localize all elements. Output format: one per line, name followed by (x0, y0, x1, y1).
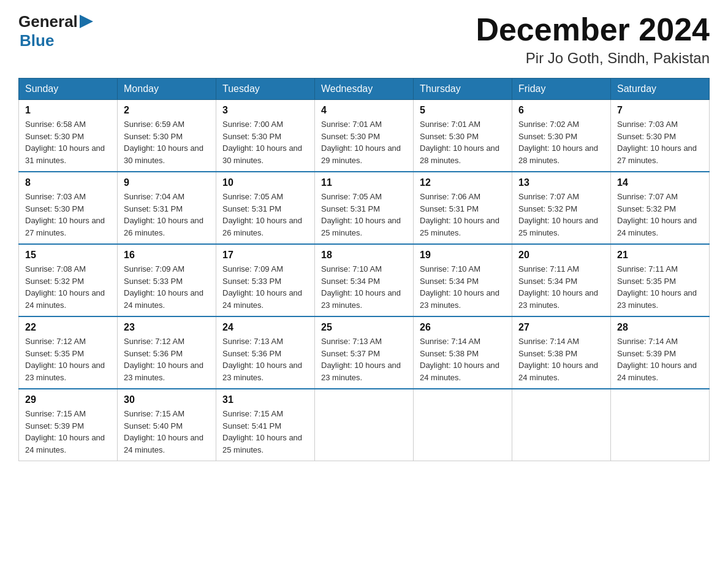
day-info: Sunrise: 7:01 AMSunset: 5:30 PMDaylight:… (420, 120, 499, 165)
calendar-cell: 11 Sunrise: 7:05 AMSunset: 5:31 PMDaylig… (315, 172, 414, 244)
day-number: 18 (321, 250, 407, 261)
calendar-cell: 29 Sunrise: 7:15 AMSunset: 5:39 PMDaylig… (19, 389, 118, 461)
col-thursday: Thursday (414, 79, 512, 100)
day-number: 7 (617, 105, 703, 116)
col-saturday: Saturday (611, 79, 710, 100)
calendar-cell: 7 Sunrise: 7:03 AMSunset: 5:30 PMDayligh… (611, 100, 710, 172)
calendar-cell: 25 Sunrise: 7:13 AMSunset: 5:37 PMDaylig… (315, 316, 414, 389)
day-number: 11 (321, 177, 407, 188)
day-number: 28 (617, 322, 703, 333)
day-number: 8 (25, 177, 111, 188)
calendar-week-row: 1 Sunrise: 6:58 AMSunset: 5:30 PMDayligh… (19, 100, 710, 172)
calendar-cell: 12 Sunrise: 7:06 AMSunset: 5:31 PMDaylig… (414, 172, 512, 244)
calendar-cell: 14 Sunrise: 7:07 AMSunset: 5:32 PMDaylig… (611, 172, 710, 244)
day-number: 6 (518, 105, 604, 116)
calendar-cell: 17 Sunrise: 7:09 AMSunset: 5:33 PMDaylig… (216, 244, 315, 316)
day-info: Sunrise: 7:00 AMSunset: 5:30 PMDaylight:… (222, 120, 302, 165)
calendar-week-row: 22 Sunrise: 7:12 AMSunset: 5:35 PMDaylig… (19, 316, 710, 389)
day-number: 26 (420, 322, 506, 333)
day-info: Sunrise: 6:58 AMSunset: 5:30 PMDaylight:… (25, 120, 105, 165)
day-number: 16 (124, 250, 210, 261)
day-number: 1 (25, 105, 111, 116)
calendar-cell: 4 Sunrise: 7:01 AMSunset: 5:30 PMDayligh… (315, 100, 414, 172)
day-info: Sunrise: 7:10 AMSunset: 5:34 PMDaylight:… (420, 264, 499, 310)
day-info: Sunrise: 7:05 AMSunset: 5:31 PMDaylight:… (222, 192, 302, 237)
calendar-cell (611, 389, 710, 461)
day-number: 15 (25, 250, 111, 261)
day-number: 24 (222, 322, 308, 333)
calendar-cell: 18 Sunrise: 7:10 AMSunset: 5:34 PMDaylig… (315, 244, 414, 316)
day-info: Sunrise: 7:14 AMSunset: 5:38 PMDaylight:… (518, 337, 598, 382)
day-info: Sunrise: 7:03 AMSunset: 5:30 PMDaylight:… (25, 192, 105, 237)
day-info: Sunrise: 7:11 AMSunset: 5:35 PMDaylight:… (617, 264, 697, 310)
day-info: Sunrise: 7:08 AMSunset: 5:32 PMDaylight:… (25, 264, 105, 310)
day-info: Sunrise: 7:11 AMSunset: 5:34 PMDaylight:… (518, 264, 598, 310)
day-number: 2 (124, 105, 210, 116)
day-info: Sunrise: 7:15 AMSunset: 5:41 PMDaylight:… (222, 409, 302, 454)
title-block: December 2024 Pir Jo Goth, Sindh, Pakist… (476, 12, 710, 67)
calendar-header: Sunday Monday Tuesday Wednesday Thursday… (19, 79, 710, 100)
calendar-body: 1 Sunrise: 6:58 AMSunset: 5:30 PMDayligh… (19, 100, 710, 461)
day-info: Sunrise: 7:02 AMSunset: 5:30 PMDaylight:… (518, 120, 598, 165)
calendar-week-row: 8 Sunrise: 7:03 AMSunset: 5:30 PMDayligh… (19, 172, 710, 244)
day-info: Sunrise: 7:09 AMSunset: 5:33 PMDaylight:… (222, 264, 302, 310)
col-monday: Monday (118, 79, 216, 100)
calendar-cell: 26 Sunrise: 7:14 AMSunset: 5:38 PMDaylig… (414, 316, 512, 389)
day-info: Sunrise: 7:13 AMSunset: 5:37 PMDaylight:… (321, 337, 401, 382)
day-info: Sunrise: 7:10 AMSunset: 5:34 PMDaylight:… (321, 264, 401, 310)
day-number: 23 (124, 322, 210, 333)
calendar-week-row: 29 Sunrise: 7:15 AMSunset: 5:39 PMDaylig… (19, 389, 710, 461)
day-info: Sunrise: 7:01 AMSunset: 5:30 PMDaylight:… (321, 120, 401, 165)
calendar-cell: 30 Sunrise: 7:15 AMSunset: 5:40 PMDaylig… (118, 389, 216, 461)
page-header: General Blue December 2024 Pir Jo Goth, … (18, 12, 710, 67)
calendar-cell: 22 Sunrise: 7:12 AMSunset: 5:35 PMDaylig… (19, 316, 118, 389)
logo-arrow-icon (80, 15, 93, 28)
day-info: Sunrise: 7:05 AMSunset: 5:31 PMDaylight:… (321, 192, 401, 237)
day-number: 17 (222, 250, 308, 261)
svg-marker-0 (80, 15, 93, 28)
calendar-cell: 13 Sunrise: 7:07 AMSunset: 5:32 PMDaylig… (512, 172, 611, 244)
calendar-cell: 2 Sunrise: 6:59 AMSunset: 5:30 PMDayligh… (118, 100, 216, 172)
day-info: Sunrise: 7:07 AMSunset: 5:32 PMDaylight:… (617, 192, 697, 237)
col-sunday: Sunday (19, 79, 118, 100)
calendar-cell: 28 Sunrise: 7:14 AMSunset: 5:39 PMDaylig… (611, 316, 710, 389)
calendar-cell: 23 Sunrise: 7:12 AMSunset: 5:36 PMDaylig… (118, 316, 216, 389)
calendar-table: Sunday Monday Tuesday Wednesday Thursday… (18, 78, 710, 461)
calendar-cell: 10 Sunrise: 7:05 AMSunset: 5:31 PMDaylig… (216, 172, 315, 244)
calendar-cell: 21 Sunrise: 7:11 AMSunset: 5:35 PMDaylig… (611, 244, 710, 316)
day-number: 25 (321, 322, 407, 333)
day-number: 10 (222, 177, 308, 188)
logo-blue-text: Blue (20, 31, 54, 50)
calendar-cell (512, 389, 611, 461)
logo: General Blue (18, 12, 93, 50)
day-info: Sunrise: 7:14 AMSunset: 5:39 PMDaylight:… (617, 337, 697, 382)
day-number: 21 (617, 250, 703, 261)
col-wednesday: Wednesday (315, 79, 414, 100)
calendar-week-row: 15 Sunrise: 7:08 AMSunset: 5:32 PMDaylig… (19, 244, 710, 316)
calendar-cell: 5 Sunrise: 7:01 AMSunset: 5:30 PMDayligh… (414, 100, 512, 172)
day-number: 19 (420, 250, 506, 261)
day-number: 29 (25, 394, 111, 405)
day-info: Sunrise: 7:09 AMSunset: 5:33 PMDaylight:… (124, 264, 203, 310)
day-info: Sunrise: 7:13 AMSunset: 5:36 PMDaylight:… (222, 337, 302, 382)
calendar-cell: 16 Sunrise: 7:09 AMSunset: 5:33 PMDaylig… (118, 244, 216, 316)
day-number: 4 (321, 105, 407, 116)
day-number: 30 (124, 394, 210, 405)
calendar-cell: 31 Sunrise: 7:15 AMSunset: 5:41 PMDaylig… (216, 389, 315, 461)
calendar-cell: 3 Sunrise: 7:00 AMSunset: 5:30 PMDayligh… (216, 100, 315, 172)
calendar-cell: 1 Sunrise: 6:58 AMSunset: 5:30 PMDayligh… (19, 100, 118, 172)
day-info: Sunrise: 7:14 AMSunset: 5:38 PMDaylight:… (420, 337, 499, 382)
header-row: Sunday Monday Tuesday Wednesday Thursday… (19, 79, 710, 100)
calendar-cell: 9 Sunrise: 7:04 AMSunset: 5:31 PMDayligh… (118, 172, 216, 244)
day-number: 27 (518, 322, 604, 333)
day-info: Sunrise: 7:15 AMSunset: 5:40 PMDaylight:… (124, 409, 203, 454)
calendar-cell: 6 Sunrise: 7:02 AMSunset: 5:30 PMDayligh… (512, 100, 611, 172)
day-info: Sunrise: 7:15 AMSunset: 5:39 PMDaylight:… (25, 409, 105, 454)
col-tuesday: Tuesday (216, 79, 315, 100)
calendar-cell: 19 Sunrise: 7:10 AMSunset: 5:34 PMDaylig… (414, 244, 512, 316)
location-subtitle: Pir Jo Goth, Sindh, Pakistan (476, 50, 710, 67)
day-number: 14 (617, 177, 703, 188)
calendar-cell (315, 389, 414, 461)
calendar-cell (414, 389, 512, 461)
day-info: Sunrise: 6:59 AMSunset: 5:30 PMDaylight:… (124, 120, 203, 165)
